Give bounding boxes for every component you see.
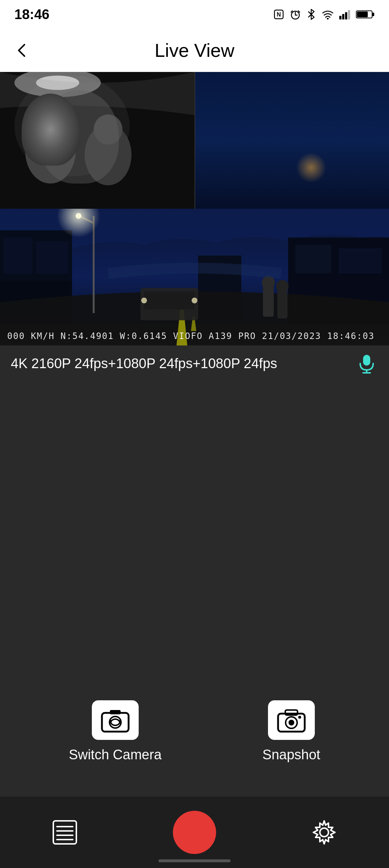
svg-rect-55 — [277, 288, 287, 318]
svg-rect-39 — [36, 241, 68, 273]
dark-area — [0, 381, 389, 666]
svg-rect-70 — [53, 821, 76, 844]
switch-camera-label: Switch Camera — [69, 747, 162, 763]
svg-point-69 — [298, 716, 301, 719]
svg-point-67 — [289, 720, 294, 725]
alarm-icon — [290, 9, 301, 20]
svg-point-52 — [192, 298, 197, 303]
svg-rect-13 — [372, 13, 374, 16]
svg-rect-57 — [363, 355, 370, 366]
svg-point-20 — [34, 110, 67, 142]
svg-rect-34 — [194, 108, 238, 180]
svg-rect-26 — [360, 94, 389, 173]
battery-icon — [356, 9, 375, 19]
svg-rect-14 — [357, 12, 368, 17]
svg-point-56 — [276, 280, 289, 292]
svg-point-28 — [308, 92, 312, 95]
svg-point-22 — [94, 114, 122, 145]
svg-rect-9 — [342, 14, 344, 19]
svg-point-29 — [295, 79, 324, 108]
switch-camera-icon-box — [92, 700, 139, 740]
svg-rect-24 — [321, 101, 349, 173]
svg-rect-35 — [198, 112, 234, 133]
nfc-icon: N — [273, 9, 285, 20]
snapshot-icon-box — [268, 700, 315, 740]
svg-point-75 — [185, 823, 204, 842]
switch-camera-button[interactable]: Switch Camera — [69, 700, 162, 763]
bluetooth-icon — [306, 9, 316, 20]
info-bar: 4K 2160P 24fps+1080P 24fps+1080P 24fps — [0, 345, 389, 381]
svg-text:N: N — [277, 12, 281, 18]
night-camera-view — [194, 72, 389, 209]
svg-point-51 — [141, 298, 147, 303]
svg-point-33 — [329, 135, 334, 139]
snapshot-label: Snapshot — [263, 747, 321, 763]
microphone-icon[interactable] — [355, 352, 378, 375]
camera-divider — [194, 72, 195, 209]
svg-rect-38 — [4, 238, 32, 273]
svg-rect-43 — [339, 248, 382, 273]
settings-nav-button[interactable] — [303, 811, 346, 854]
header: Live View — [0, 29, 389, 72]
page-title: Live View — [155, 40, 234, 61]
interior-camera-view — [0, 72, 194, 209]
bottom-nav — [0, 796, 389, 868]
svg-point-31 — [363, 104, 365, 105]
svg-point-19 — [25, 119, 76, 184]
svg-point-32 — [370, 101, 372, 102]
signal-icon — [339, 9, 351, 19]
record-button[interactable] — [173, 811, 216, 854]
svg-rect-50 — [144, 291, 194, 309]
status-bar: 18:46 N — [0, 0, 389, 29]
camera-view: 000 KM/H N:54.4901 W:0.6145 VIOFO A139 P… — [0, 72, 389, 345]
back-button[interactable] — [13, 42, 30, 59]
svg-rect-8 — [339, 16, 341, 19]
status-icons: N — [273, 9, 375, 20]
svg-rect-23 — [194, 72, 389, 209]
home-indicator — [158, 859, 231, 862]
camera-bottom-view: 000 KM/H N:54.4901 W:0.6145 VIOFO A139 P… — [0, 209, 389, 345]
svg-rect-42 — [295, 245, 331, 273]
svg-point-7 — [327, 18, 329, 20]
files-nav-button[interactable] — [43, 811, 86, 854]
svg-rect-25 — [346, 115, 367, 173]
camera-top-view — [0, 72, 389, 209]
camera-overlay-text: 000 KM/H N:54.4901 W:0.6145 VIOFO A139 P… — [7, 331, 375, 341]
svg-rect-11 — [348, 10, 350, 19]
snapshot-button[interactable]: Snapshot — [263, 700, 321, 763]
resolution-text: 4K 2160P 24fps+1080P 24fps+1080P 24fps — [11, 356, 277, 371]
status-time: 18:46 — [14, 7, 49, 22]
svg-rect-53 — [263, 284, 274, 317]
svg-rect-60 — [102, 713, 129, 732]
svg-point-30 — [356, 107, 358, 109]
actions-area: Switch Camera Snapshot — [0, 666, 389, 796]
wifi-icon — [321, 9, 334, 19]
svg-point-76 — [320, 828, 328, 837]
svg-rect-10 — [345, 12, 347, 19]
svg-rect-62 — [110, 710, 121, 714]
